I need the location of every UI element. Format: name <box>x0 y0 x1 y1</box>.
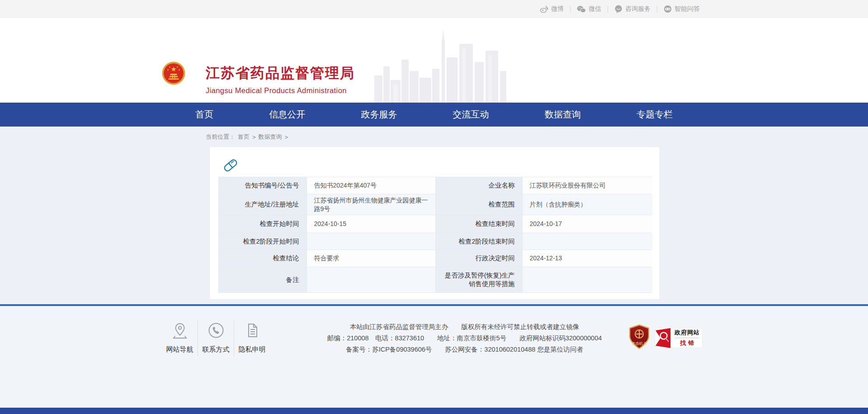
site-subtitle: Jiangsu Medical Products Administration <box>206 86 355 95</box>
weibo-link[interactable]: 微博 <box>540 5 564 13</box>
footer-link-sitemap[interactable]: 网站导航 <box>162 318 198 358</box>
field-value <box>523 233 652 249</box>
smart-qa-label: 智能问答 <box>675 5 700 13</box>
field-value: 符合要求 <box>307 250 435 267</box>
inspection-detail-table: 告知书编号/公告号 告知书2024年第407号 企业名称 江苏联环药业股份有限公… <box>218 177 651 293</box>
breadcrumb-separator: > <box>252 134 256 141</box>
field-value: 江苏省扬州市扬州生物健康产业园健康一路9号 <box>307 194 435 215</box>
find-error-rule <box>675 338 699 338</box>
nav-item-special-topics[interactable]: 专题专栏 <box>626 103 684 127</box>
field-label: 告知书编号/公告号 <box>219 177 307 194</box>
pill-icon <box>222 156 660 173</box>
wechat-icon <box>577 5 586 13</box>
footer-line-host: 本站由江苏省药品监督管理局主办 版权所有未经许可禁止转载或者建立镜像 <box>319 321 610 333</box>
footer-quick-links: 网站导航 联系方式 <box>162 318 270 358</box>
footer-info: 本站由江苏省药品监督管理局主办 版权所有未经许可禁止转载或者建立镜像 邮编：21… <box>319 318 610 355</box>
consult-service-link[interactable]: 咨询服务 <box>614 5 651 13</box>
field-value <box>307 233 435 249</box>
footer-link-privacy[interactable]: 隐私申明 <box>234 318 270 358</box>
field-label: 检查2阶段开始时间 <box>219 233 307 249</box>
breadcrumb: 当前位置： 首页 > 数据查询 > <box>0 127 868 146</box>
field-label: 生产地址/注册地址 <box>219 194 307 215</box>
content-area: 当前位置： 首页 > 数据查询 > 告知书编号/公告号 告知书2024年第407… <box>0 127 868 304</box>
site-title: 江苏省药品监督管理局 <box>206 64 355 83</box>
field-label: 检查2阶段结束时间 <box>436 233 522 249</box>
nav-item-data-query[interactable]: 数据查询 <box>534 103 592 127</box>
weibo-icon <box>540 5 548 13</box>
field-label: 企业名称 <box>436 177 522 194</box>
nav-item-info-disclosure[interactable]: 信息公开 <box>258 103 316 127</box>
bottom-blue-strip <box>0 408 868 414</box>
footer-link-contact[interactable]: 联系方式 <box>198 318 234 358</box>
field-value: 2024-10-15 <box>307 215 435 233</box>
main-nav: 首页 信息公开 政务服务 交流互动 数据查询 专题专栏 <box>0 103 868 127</box>
footer-link-label: 联系方式 <box>203 345 230 354</box>
find-error-bottom-label: 找错 <box>678 339 697 347</box>
consult-icon <box>614 5 623 13</box>
field-label: 检查结论 <box>219 250 307 267</box>
page: 微博 微信 <box>0 0 868 414</box>
nav-item-interaction[interactable]: 交流互动 <box>442 103 500 127</box>
footer-line-contact: 邮编：210008 电话：83273610 地址：南京市鼓楼街5号 政府网站标识… <box>319 333 610 344</box>
svg-text:★: ★ <box>170 66 176 73</box>
field-label: 行政决定时间 <box>436 250 522 267</box>
breadcrumb-separator: > <box>285 134 288 141</box>
topbar-separator <box>608 6 608 13</box>
svg-text:★: ★ <box>167 68 169 71</box>
breadcrumb-prefix: 当前位置： <box>206 133 235 141</box>
smart-qa-icon <box>664 5 672 13</box>
phone-icon <box>207 321 225 339</box>
wechat-label: 微信 <box>589 5 601 13</box>
footer-line-icp: 备案号：苏ICP备09039606号 苏公网安备：32010602010488 … <box>319 344 610 355</box>
svg-text:★: ★ <box>176 66 179 68</box>
topbar-links: 微博 微信 <box>540 5 700 13</box>
weibo-label: 微博 <box>551 5 564 13</box>
consult-label: 咨询服务 <box>625 5 651 13</box>
national-emblem-logo: ★ ★ ★ ★ ★ <box>162 61 185 85</box>
svg-text:★: ★ <box>178 68 180 71</box>
site-title-block: 江苏省药品监督管理局 Jiangsu Medical Products Admi… <box>206 64 355 95</box>
breadcrumb-link-data-query[interactable]: 数据查询 <box>259 133 282 141</box>
topbar-separator <box>570 6 571 13</box>
city-skyline-graphic <box>374 28 510 103</box>
topbar-separator <box>657 6 657 13</box>
nav-item-gov-services[interactable]: 政务服务 <box>350 103 408 127</box>
party-gov-shield-badge[interactable]: 党政机关 <box>628 324 650 352</box>
footer-badges: 党政机关 政府网站 找错 <box>628 318 703 352</box>
document-icon <box>243 321 261 339</box>
field-label: 检查结束时间 <box>436 215 522 233</box>
field-value: 江苏联环药业股份有限公司 <box>523 177 652 194</box>
svg-text:党政机关: 党政机关 <box>632 341 647 346</box>
smart-qa-link[interactable]: 智能问答 <box>664 5 700 13</box>
find-error-icon <box>655 328 672 348</box>
find-error-top-label: 政府网站 <box>675 329 700 337</box>
footer: 网站导航 联系方式 <box>0 306 868 414</box>
gov-site-find-error-badge[interactable]: 政府网站 找错 <box>655 328 703 348</box>
field-label: 是否涉及暂停(恢复)生产销售使用等措施 <box>436 267 522 292</box>
field-label: 检查开始时间 <box>219 215 307 233</box>
field-label: 检查范围 <box>436 194 522 215</box>
site-header: ★ ★ ★ ★ ★ 江苏省药品监督管理局 Jiangsu Medical Pro… <box>0 18 868 103</box>
footer-link-label: 隐私申明 <box>239 345 266 354</box>
field-value <box>523 267 652 292</box>
inspection-detail-card: 告知书编号/公告号 告知书2024年第407号 企业名称 江苏联环药业股份有限公… <box>209 146 660 300</box>
field-value: 片剂（含抗肿瘤类） <box>523 194 652 215</box>
field-value <box>307 267 435 292</box>
field-value: 2024-12-13 <box>523 250 652 267</box>
wechat-link[interactable]: 微信 <box>577 5 601 13</box>
nav-item-home[interactable]: 首页 <box>184 103 224 127</box>
find-error-texts: 政府网站 找错 <box>672 329 702 347</box>
field-value: 告知书2024年第407号 <box>307 177 435 194</box>
field-label: 备注 <box>219 267 307 292</box>
map-pin-icon <box>171 321 189 339</box>
top-utility-bar: 微博 微信 <box>0 0 868 18</box>
svg-text:★: ★ <box>169 66 171 68</box>
breadcrumb-link-home[interactable]: 首页 <box>238 133 250 141</box>
field-value: 2024-10-17 <box>523 215 652 233</box>
footer-link-label: 网站导航 <box>166 345 193 354</box>
